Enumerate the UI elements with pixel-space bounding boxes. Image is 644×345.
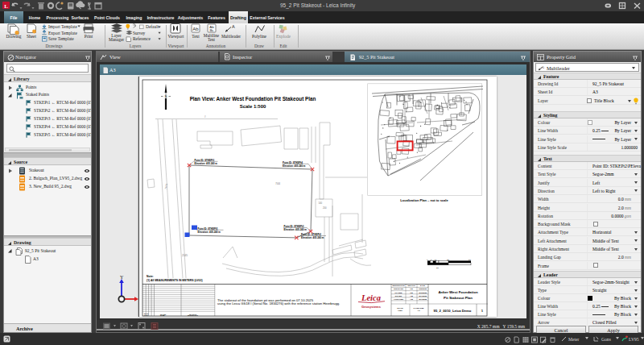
svg-text:TW: TW [410, 288, 413, 289]
svg-text:TW: TW [410, 292, 413, 293]
svg-text:Bc: Bc [209, 28, 214, 32]
svg-text:Y: Y [120, 275, 124, 280]
svg-text:Plan View: Anker West Foundati: Plan View: Anker West Foundation Pit Sta… [190, 96, 316, 102]
svg-text:AM: AM [410, 295, 413, 297]
svg-text:744: 744 [275, 182, 280, 185]
svg-text:9/25/2025: 9/25/2025 [419, 288, 427, 289]
svg-text:Note:: Note: [147, 275, 154, 278]
svg-text:95_2_0010_Leica Demo: 95_2_0010_Leica Demo [434, 309, 472, 313]
svg-text:SCALE: SCALE [397, 307, 403, 309]
svg-text:#: # [204, 115, 206, 118]
svg-text:A: A [232, 24, 235, 29]
svg-text:Elevation: 405.240 m: Elevation: 405.240 m [198, 231, 221, 234]
svg-text:5: 5 [431, 259, 432, 261]
svg-text:A: A [542, 65, 544, 69]
svg-text:200: 200 [323, 206, 327, 210]
svg-text:DESCRIPTION: DESCRIPTION [188, 314, 199, 316]
svg-text:DESCRIPTION: DESCRIPTION [393, 285, 405, 286]
svg-text:10: 10 [435, 259, 437, 261]
svg-text:Localization Plan – not to sca: Localization Plan – not to scale [400, 198, 448, 202]
svg-text:N: N [165, 95, 167, 98]
svg-text:25: 25 [447, 259, 449, 261]
svg-text:DATE: DATE [420, 285, 425, 286]
svg-text:(1) All MEASUREMENTS IN METERS: (1) All MEASUREMENTS IN METERS (LV03) [147, 279, 203, 282]
svg-text:NAME: NAME [160, 314, 165, 316]
svg-text:1: 1 [481, 309, 484, 313]
svg-text:Scale 1:500: Scale 1:500 [240, 104, 266, 109]
svg-text:Elevation: 405.240 m: Elevation: 405.240 m [301, 236, 324, 239]
svg-text:10/7/2025: 10/7/2025 [419, 298, 427, 300]
svg-text:Elevation: 405.240 m: Elevation: 405.240 m [195, 162, 218, 165]
svg-text:140: 140 [319, 202, 323, 205]
svg-text:7679: 7679 [164, 183, 168, 189]
svg-text:L: L [4, 3, 8, 10]
svg-text:PAPER SIZE: PAPER SIZE [414, 307, 424, 309]
svg-text:Elevation: 405.240 m: Elevation: 405.240 m [283, 164, 306, 168]
svg-text:DATE: DATE [144, 314, 149, 316]
svg-text:Ab: Ab [192, 27, 199, 31]
svg-text:DRAWN: DRAWN [395, 295, 402, 297]
svg-text:Leica: Leica [361, 293, 381, 302]
svg-text:AM: AM [410, 298, 413, 300]
svg-text:DETAILS: DETAILS [407, 285, 415, 286]
svg-text:1:500: 1:500 [398, 310, 402, 311]
svg-text:20: 20 [436, 267, 439, 269]
svg-text:SURVEYED: SURVEYED [394, 288, 403, 289]
svg-text:50: 50 [469, 259, 471, 261]
svg-text:PLANED: PLANED [395, 292, 402, 293]
svg-text:10/6/2025: 10/6/2025 [419, 292, 427, 293]
svg-text:0: 0 [427, 259, 428, 261]
svg-text:A3: A3 [418, 310, 421, 311]
svg-text:Pit Stakeout Plan: Pit Stakeout Plan [444, 296, 473, 300]
svg-text:2145: 2145 [182, 254, 188, 257]
svg-text:APPROVED: APPROVED [394, 298, 404, 300]
svg-text:10/7/2025: 10/7/2025 [419, 295, 427, 297]
svg-text:using the Leica GS18 I (Serial: using the Leica GS18 I (Serial No. 18342… [217, 301, 340, 306]
svg-text:Geosystems: Geosystems [361, 305, 382, 309]
svg-text:Elevation: 405.240 m: Elevation: 405.240 m [284, 228, 308, 231]
svg-text:Anker West Foundation: Anker West Foundation [438, 290, 478, 294]
